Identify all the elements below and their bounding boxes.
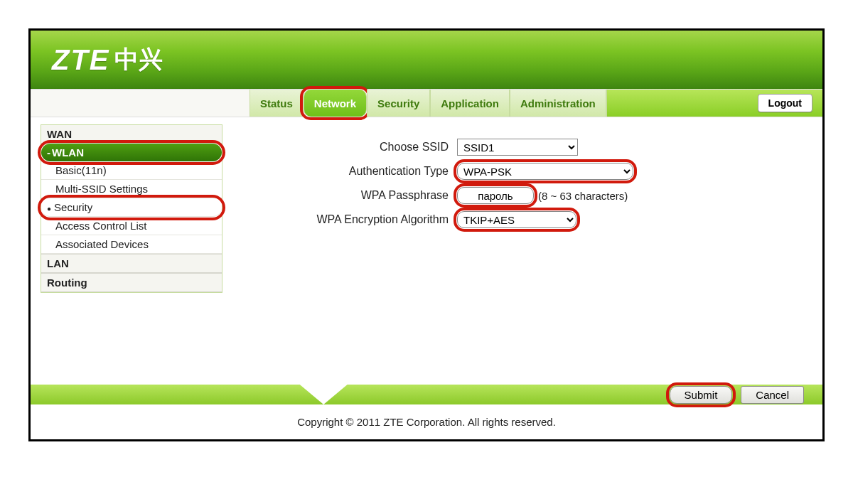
cancel-button[interactable]: Cancel [741,386,804,404]
logout-button[interactable]: Logout [758,94,812,112]
copyright-text: Copyright © 2011 ZTE Corporation. All ri… [31,409,822,439]
app-frame: ZTE 中兴 Status Network Security Applicati… [28,28,825,441]
sidebar-sub-basic[interactable]: Basic(11n) [41,161,222,180]
select-auth-type[interactable]: WPA-PSK [457,163,633,180]
label-ssid: Choose SSID [237,141,457,154]
submit-button[interactable]: Submit [670,386,733,404]
sidebar-cat-wan[interactable]: WAN [41,125,222,144]
sidebar-cat-wlan[interactable]: WLAN [41,144,222,161]
tab-spacer [606,90,758,117]
top-tabs: Status Network Security Application Admi… [31,89,822,117]
brand-text: ZTE [52,44,110,76]
row-enc: WPA Encryption Algorithm TKIP+AES [237,211,801,228]
footer-buttons: Submit Cancel [670,386,804,404]
label-pass: WPA Passphrase [237,189,457,202]
tab-administration[interactable]: Administration [510,90,606,117]
input-wpa-passphrase[interactable] [457,187,534,204]
sidebar-sub-multi-ssid[interactable]: Multi-SSID Settings [41,180,222,198]
tab-security[interactable]: Security [367,90,430,117]
body-area: WAN WLAN Basic(11n) Multi-SSID Settings … [31,117,822,380]
row-pass: WPA Passphrase (8 ~ 63 characters) [237,187,801,204]
tab-application[interactable]: Application [430,90,510,117]
sidebar-sub-assoc[interactable]: Associated Devices [41,235,222,254]
tab-network[interactable]: Network [304,90,367,117]
tab-status[interactable]: Status [250,90,304,117]
sidebar: WAN WLAN Basic(11n) Multi-SSID Settings … [41,124,222,293]
label-auth: Authentication Type [237,165,457,178]
row-auth: Authentication Type WPA-PSK [237,163,801,180]
brand-logo: ZTE 中兴 [52,43,163,76]
brand-cn: 中兴 [114,43,163,76]
label-enc: WPA Encryption Algorithm [237,213,457,226]
row-ssid: Choose SSID SSID1 [237,139,801,156]
sidebar-sub-security[interactable]: Security [41,198,222,217]
pass-hint: (8 ~ 63 characters) [538,190,628,202]
footer-bar: Submit Cancel [31,380,822,409]
sidebar-cat-lan[interactable]: LAN [41,254,222,273]
main-panel: Choose SSID SSID1 Authentication Type WP… [222,117,822,380]
sidebar-sub-acl[interactable]: Access Control List [41,217,222,235]
sidebar-cat-routing[interactable]: Routing [41,273,222,292]
logout-area: Logout [758,90,822,117]
select-ssid[interactable]: SSID1 [457,139,578,156]
header-bar: ZTE 中兴 [31,31,822,89]
select-encryption[interactable]: TKIP+AES [457,211,576,228]
